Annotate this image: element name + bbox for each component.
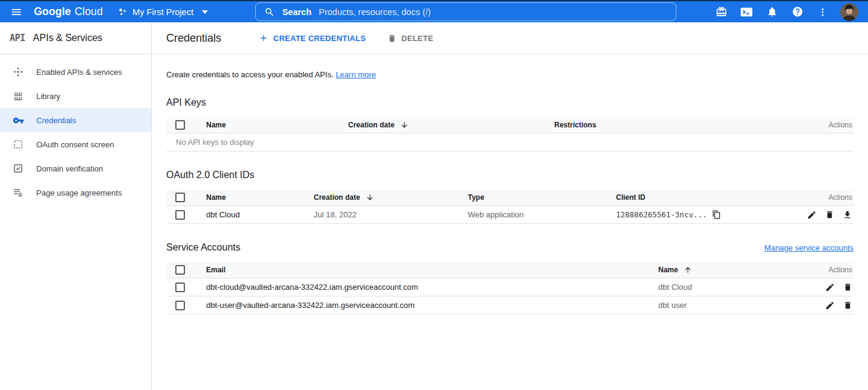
service-account-name: dbt user	[658, 301, 808, 310]
domain-verification-icon	[13, 163, 24, 174]
copy-client-id-button[interactable]	[712, 210, 721, 219]
delete-oauth-client-button[interactable]	[825, 210, 834, 220]
sidebar-item-domain-verification[interactable]: Domain verification	[0, 156, 151, 181]
column-header-client-id: Client ID	[616, 193, 795, 202]
sidebar-item-label: Domain verification	[36, 164, 103, 173]
sort-desc-icon	[366, 193, 374, 202]
edit-oauth-client-button[interactable]	[807, 210, 817, 220]
delete-service-account-button[interactable]	[843, 301, 852, 310]
create-credentials-button[interactable]: CREATE CREDENTIALS	[259, 33, 366, 43]
column-header-creation-date[interactable]: Creation date	[348, 121, 554, 129]
column-header-name: Name	[206, 193, 314, 202]
row-checkbox[interactable]	[175, 301, 185, 310]
oauth-client-type: Web application	[468, 210, 616, 219]
trash-icon	[843, 301, 852, 310]
download-oauth-client-button[interactable]	[843, 210, 852, 220]
gift-icon	[716, 6, 727, 18]
more-options-button[interactable]	[815, 4, 831, 20]
avatar[interactable]	[840, 3, 858, 21]
oauth-client-creation-date: Jul 18, 2022	[314, 210, 468, 219]
project-name: My First Project	[132, 7, 193, 17]
table-row: dbt-user@vaulted-arcana-332422.iam.gserv…	[166, 296, 853, 315]
sidebar-item-library[interactable]: Library	[0, 84, 151, 108]
avatar-photo	[840, 3, 858, 21]
api-keys-title: API Keys	[166, 97, 206, 108]
select-all-checkbox[interactable]	[175, 193, 185, 202]
product-title: APIs & Services	[33, 33, 103, 43]
sidebar-item-page-usage-agreements[interactable]: Page usage agreements	[0, 181, 151, 205]
three-dots-icon	[817, 7, 828, 18]
topbar: Google Cloud My First Project Search Pro…	[0, 0, 868, 22]
project-icon	[117, 7, 128, 17]
pencil-icon	[807, 210, 817, 220]
sidebar-item-label: Library	[36, 92, 60, 101]
column-header-name[interactable]: Name	[658, 266, 808, 274]
row-checkbox[interactable]	[175, 210, 185, 220]
trash-icon	[843, 283, 852, 292]
sidebar-item-credentials[interactable]: Credentials	[0, 108, 151, 132]
sidebar: API APIs & Services Enabled APIs & servi…	[0, 22, 152, 390]
logo-cloud: Cloud	[74, 5, 103, 18]
menu-button[interactable]	[8, 4, 24, 20]
api-keys-empty-message: No API keys to display	[166, 133, 853, 152]
bell-icon	[766, 6, 778, 18]
column-header-actions: Actions	[803, 121, 853, 129]
row-checkbox[interactable]	[175, 283, 185, 292]
table-row: dbt Cloud Jul 18, 2022 Web application 1…	[166, 206, 853, 224]
sidebar-item-enabled-apis[interactable]: Enabled APIs & services	[0, 60, 151, 84]
search-placeholder: Products, resources, docs (/)	[319, 7, 430, 17]
chevron-down-icon	[202, 10, 208, 14]
key-icon	[13, 115, 24, 126]
learn-more-link[interactable]: Learn more	[335, 70, 375, 79]
sidebar-item-label: Credentials	[36, 116, 76, 125]
consent-screen-icon	[13, 139, 24, 150]
notifications-button[interactable]	[764, 4, 780, 20]
service-account-email: dbt-user@vaulted-arcana-332422.iam.gserv…	[206, 301, 658, 310]
column-header-actions: Actions	[808, 266, 853, 274]
column-header-name: Name	[206, 121, 348, 129]
intro-text: Create credentials to access your enable…	[166, 70, 853, 79]
oauth-client-id: 128886265561-3ncv...	[616, 210, 795, 219]
sidebar-item-oauth-consent[interactable]: OAuth consent screen	[0, 132, 151, 156]
search-input[interactable]: Search Products, resources, docs (/)	[255, 2, 676, 21]
library-icon	[13, 91, 24, 101]
google-cloud-logo[interactable]: Google Cloud	[34, 5, 103, 18]
manage-service-accounts-link[interactable]: Manage service accounts	[765, 243, 853, 252]
search-icon	[264, 7, 275, 18]
delete-service-account-button[interactable]	[843, 283, 852, 292]
service-account-name: dbt Cloud	[658, 283, 808, 292]
select-all-checkbox[interactable]	[175, 265, 185, 275]
oauth-clients-table: Name Creation date Type Client ID Action…	[166, 190, 853, 224]
service-account-email: dbt-cloud@vaulted-arcana-332422.iam.gser…	[206, 283, 658, 292]
free-trial-button[interactable]	[713, 4, 729, 20]
select-all-checkbox[interactable]	[175, 120, 185, 130]
cloud-shell-button[interactable]	[739, 4, 754, 20]
sidebar-item-label: Enabled APIs & services	[36, 68, 122, 77]
copy-icon	[712, 210, 721, 219]
service-accounts-table: Email Name Actions dbt-cloud@vaulted-arc…	[166, 262, 853, 315]
help-button[interactable]	[789, 4, 805, 20]
sidebar-item-label: Page usage agreements	[36, 188, 122, 197]
sort-desc-icon	[400, 121, 409, 129]
api-keys-table: Name Creation date Restrictions Actions …	[166, 117, 853, 152]
column-header-creation-date[interactable]: Creation date	[314, 193, 468, 202]
column-header-type: Type	[468, 193, 616, 202]
column-header-restrictions: Restrictions	[554, 121, 803, 129]
logo-google: Google	[34, 5, 71, 18]
edit-service-account-button[interactable]	[825, 283, 835, 292]
delete-button[interactable]: DELETE	[387, 34, 433, 43]
main-content: Credentials CREATE CREDENTIALS DELETE Cr…	[152, 22, 868, 390]
trash-icon	[387, 34, 397, 43]
oauth-table-header: Name Creation date Type Client ID Action…	[166, 190, 853, 206]
sidebar-item-label: OAuth consent screen	[36, 140, 114, 149]
service-accounts-table-header: Email Name Actions	[166, 262, 853, 278]
pencil-icon	[825, 301, 835, 310]
page-title: Credentials	[166, 32, 221, 45]
edit-service-account-button[interactable]	[825, 301, 835, 310]
oauth-clients-title: OAuth 2.0 Client IDs	[166, 170, 254, 181]
download-icon	[843, 210, 852, 220]
project-selector[interactable]: My First Project	[117, 7, 208, 17]
dashboard-icon	[13, 66, 24, 77]
trash-icon	[825, 210, 834, 219]
api-product-icon: API	[10, 33, 25, 43]
